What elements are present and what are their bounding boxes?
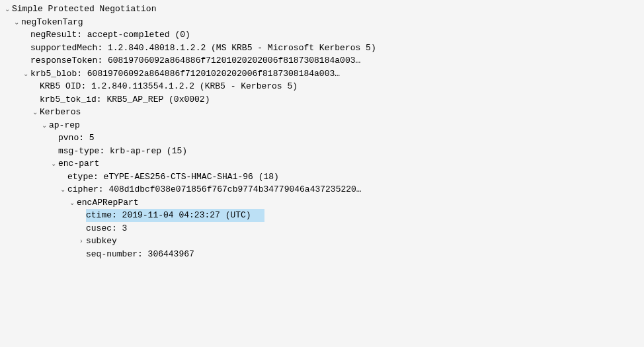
chevron-down-icon[interactable]: ⌄	[30, 107, 40, 117]
chevron-down-icon[interactable]: ⌄	[58, 184, 67, 194]
negresult-label: negResult: accept-completed (0)	[30, 28, 190, 42]
chevron-down-icon[interactable]: ⌄	[49, 159, 58, 169]
tree-row-ctime[interactable]: ctime: 2019-11-04 04:23:27 (UTC)	[0, 209, 644, 222]
tree-row-krb5tokid[interactable]: krb5_tok_id: KRB5_AP_REP (0x0002)	[0, 93, 644, 106]
chevron-down-icon[interactable]: ⌄	[12, 17, 21, 27]
chevron-down-icon[interactable]: ⌄	[3, 4, 12, 14]
tree-row-spn[interactable]: ⌄ Simple Protected Negotiation	[0, 3, 644, 16]
tree-row-seqnumber[interactable]: seq-number: 306443967	[0, 248, 644, 261]
tree-row-cusec[interactable]: cusec: 3	[0, 222, 644, 235]
encapreppart-label: encAPRepPart	[77, 196, 139, 210]
negtokentarg-label: negTokenTarg	[21, 16, 83, 29]
msgtype-label: msg-type: krb-ap-rep (15)	[58, 145, 187, 158]
seqnumber-label: seq-number: 306443967	[86, 248, 194, 261]
tree-row-negresult[interactable]: negResult: accept-completed (0)	[0, 28, 644, 42]
tree-row-negtokentarg[interactable]: ⌄ negTokenTarg	[0, 16, 644, 29]
chevron-down-icon[interactable]: ⌄	[40, 120, 49, 130]
cipher-label: cipher: 408d1dbcf038e071856f767cb9774b34…	[67, 183, 362, 196]
tree-row-krb5oid[interactable]: KRB5 OID: 1.2.840.113554.1.2.2 (KRB5 - K…	[0, 80, 644, 93]
chevron-right-icon[interactable]: ›	[77, 236, 86, 246]
aprep-label: ap-rep	[49, 119, 80, 132]
tree-row-responsetoken[interactable]: responseToken: 60819706092a864886f712010…	[0, 54, 644, 67]
chevron-down-icon[interactable]: ⌄	[21, 69, 30, 79]
tree-row-etype[interactable]: etype: eTYPE-AES256-CTS-HMAC-SHA1-96 (18…	[0, 171, 644, 184]
spn-label: Simple Protected Negotiation	[12, 3, 156, 16]
ctime-label: ctime: 2019-11-04 04:23:27 (UTC)	[86, 210, 251, 220]
subkey-label: subkey	[86, 235, 117, 248]
tree-row-encpart[interactable]: ⌄ enc-part	[0, 157, 644, 171]
tree-row-encapreppart[interactable]: ⌄ encAPRepPart	[0, 196, 644, 210]
krb5blob-label: krb5_blob: 60819706092a864886f7120102020…	[30, 67, 340, 81]
kerberos-label: Kerberos	[40, 106, 81, 119]
chevron-down-icon[interactable]: ⌄	[67, 198, 77, 208]
tree-row-kerberos[interactable]: ⌄ Kerberos	[0, 106, 644, 119]
etype-label: etype: eTYPE-AES256-CTS-HMAC-SHA1-96 (18…	[67, 171, 279, 184]
responsetoken-label: responseToken: 60819706092a864886f712010…	[30, 54, 360, 67]
krb5oid-label: KRB5 OID: 1.2.840.113554.1.2.2 (KRB5 - K…	[40, 80, 298, 93]
tree-row-krb5blob[interactable]: ⌄ krb5_blob: 60819706092a864886f71201020…	[0, 67, 644, 81]
supportedmech-label: supportedMech: 1.2.840.48018.1.2.2 (MS K…	[30, 42, 376, 55]
tree-row-supportedmech[interactable]: supportedMech: 1.2.840.48018.1.2.2 (MS K…	[0, 42, 644, 55]
tree-row-subkey[interactable]: › subkey	[0, 235, 644, 248]
tree-row-cipher[interactable]: ⌄ cipher: 408d1dbcf038e071856f767cb9774b…	[0, 183, 644, 196]
encpart-label: enc-part	[58, 157, 99, 171]
pvno-label: pvno: 5	[58, 132, 95, 145]
tree-row-aprep[interactable]: ⌄ ap-rep	[0, 119, 644, 132]
krb5tokid-label: krb5_tok_id: KRB5_AP_REP (0x0002)	[40, 93, 210, 106]
cusec-label: cusec: 3	[86, 222, 127, 235]
packet-tree: ⌄ Simple Protected Negotiation ⌄ negToke…	[0, 0, 644, 263]
tree-row-msgtype[interactable]: msg-type: krb-ap-rep (15)	[0, 145, 644, 158]
tree-row-pvno[interactable]: pvno: 5	[0, 132, 644, 145]
